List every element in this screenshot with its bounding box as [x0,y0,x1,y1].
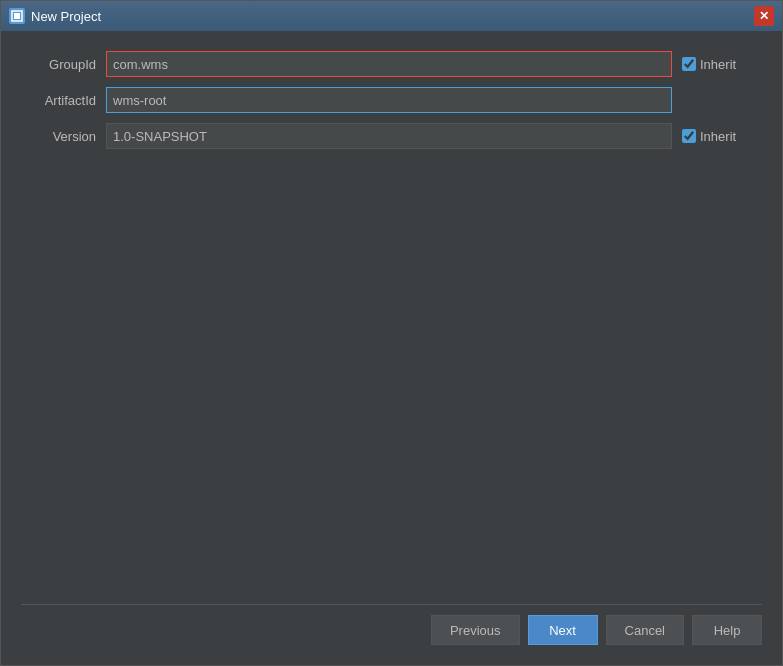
window-title: New Project [31,9,748,24]
artifact-id-label: ArtifactId [21,93,96,108]
version-label: Version [21,129,96,144]
version-row: Version Inherit [21,123,762,149]
version-inherit-label: Inherit [700,129,736,144]
footer: Previous Next Cancel Help [21,604,762,655]
form-area: GroupId Inherit ArtifactId Version [21,51,762,604]
group-id-inherit: Inherit [682,57,762,72]
cancel-button[interactable]: Cancel [606,615,684,645]
group-id-inherit-label: Inherit [700,57,736,72]
version-inherit-checkbox[interactable] [682,129,696,143]
group-id-input[interactable] [106,51,672,77]
content-area: GroupId Inherit ArtifactId Version [1,31,782,665]
group-id-label: GroupId [21,57,96,72]
previous-button[interactable]: Previous [431,615,520,645]
window-icon [9,8,25,24]
artifact-id-row: ArtifactId [21,87,762,113]
group-id-row: GroupId Inherit [21,51,762,77]
artifact-id-input[interactable] [106,87,672,113]
new-project-window: New Project ✕ GroupId Inherit ArtifactId [0,0,783,666]
version-inherit: Inherit [682,129,762,144]
next-button[interactable]: Next [528,615,598,645]
help-button[interactable]: Help [692,615,762,645]
group-id-inherit-checkbox[interactable] [682,57,696,71]
svg-rect-1 [14,13,20,19]
version-input[interactable] [106,123,672,149]
title-bar: New Project ✕ [1,1,782,31]
close-button[interactable]: ✕ [754,6,774,26]
